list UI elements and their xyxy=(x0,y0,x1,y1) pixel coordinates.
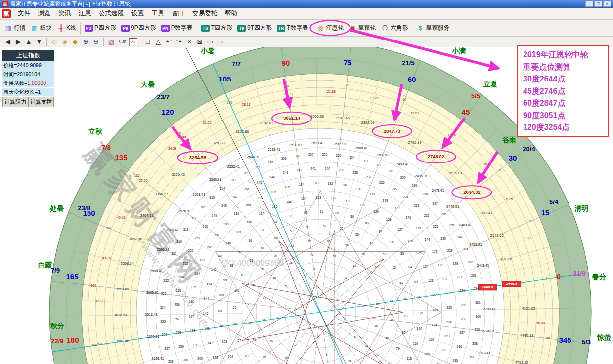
diamond-solid-tool-icon[interactable]: ◆ xyxy=(70,38,80,46)
undo-icon[interactable]: ↶ xyxy=(164,38,174,46)
solar-term-label: 小暑 xyxy=(200,47,215,55)
wheel-number: 47 xyxy=(376,353,380,356)
wheel-number: 2583.41 xyxy=(167,228,179,232)
wheel-number: 166 xyxy=(424,352,430,356)
wheel-number: 135 xyxy=(286,200,292,203)
nav-left-icon[interactable]: ◀ xyxy=(3,38,13,46)
delete-all-icon[interactable]: ⊠ xyxy=(195,38,205,46)
menu-item[interactable]: 文件 xyxy=(14,8,34,19)
toolbar-button-t-table[interactable]: TNT数字表 xyxy=(274,22,310,34)
minimize-button[interactable]: ─ xyxy=(585,1,593,7)
wheel-number: 361 xyxy=(475,301,481,304)
date-label: 7/7 xyxy=(232,60,241,68)
toolbar-button-kline[interactable]: ╫K线 xyxy=(54,22,79,34)
degree-label: 135 xyxy=(115,153,127,162)
wheel-number: 324 xyxy=(160,306,166,309)
calc-support-button[interactable]: 计算支撑 xyxy=(28,97,54,107)
annotation-line: 2019年江恩轮中轮 xyxy=(523,49,603,61)
palette-icon[interactable]: ▧ xyxy=(106,38,116,46)
toolbar-button-gann-wheel[interactable]: ◎江恩轮 xyxy=(314,22,346,34)
wheel-number: 34.38 xyxy=(168,147,177,150)
wheel-number: 80 xyxy=(402,331,406,334)
nav-down-icon[interactable]: ▼ xyxy=(34,38,44,46)
toolbar-button-t9-square[interactable]: T99T四方形 xyxy=(235,22,274,34)
wheel-number: 31.25 xyxy=(203,121,212,124)
wheel-number: 2530.91 xyxy=(289,143,302,147)
wheel-number: 2500.91 xyxy=(376,153,389,157)
wheel-number: 135 xyxy=(134,174,140,177)
wheel-number: 12 xyxy=(353,264,356,267)
wheel-number: 30 xyxy=(497,168,501,172)
toolbar-button-p9-square[interactable]: P99P四方形 xyxy=(119,22,159,34)
wheel-number: 3.13 xyxy=(525,236,531,240)
toolbar-button-winner-wheel[interactable]: ◉赢家轮 xyxy=(346,22,378,34)
wheel-number: 51 xyxy=(399,281,403,284)
zoom-in-icon[interactable]: ⊕ xyxy=(81,38,90,46)
triangle-tool-icon[interactable]: △ xyxy=(153,38,163,46)
wheel-number: 229 xyxy=(447,249,453,252)
wheel-number: 93 xyxy=(289,214,293,218)
wheel-number: 28.13 xyxy=(242,103,251,106)
solar-term-label: 春分 xyxy=(592,273,606,281)
wheel-number: 39 xyxy=(253,339,257,342)
wheel-number: 6.25 xyxy=(506,197,513,201)
menu-item[interactable]: 江恩 xyxy=(75,8,95,19)
wheel-number: 185 xyxy=(285,185,290,189)
p-table-icon: PN xyxy=(161,25,170,32)
nav-up-icon[interactable]: ▲ xyxy=(24,38,34,46)
wheel-number: 67 xyxy=(237,339,241,342)
toolbar-separator xyxy=(103,38,104,46)
menu-item[interactable]: 窗口 xyxy=(168,8,188,19)
menu-item[interactable]: 浏览 xyxy=(34,8,54,19)
annotation-line: 30度2644点 xyxy=(523,73,603,85)
redo-icon[interactable]: ↷ xyxy=(174,38,184,46)
nav-right-icon[interactable]: ▶ xyxy=(13,38,23,46)
wheel-number: 2493.41 xyxy=(396,162,409,166)
menu-item[interactable]: 帮助 xyxy=(221,8,241,19)
calc-resistance-button[interactable]: 计算阻力 xyxy=(2,97,28,107)
wheel-number: 2553.41 xyxy=(227,165,240,168)
toolbar-button-quotes[interactable]: ▦行情 xyxy=(2,22,28,34)
rect-tool-icon[interactable]: □ xyxy=(143,38,153,46)
clear-button[interactable]: Cls xyxy=(117,38,129,46)
wheel-number: 132 xyxy=(331,196,336,200)
toolbar-button-p-table[interactable]: PNP数字表 xyxy=(159,22,195,34)
wheel-number: 233 xyxy=(414,204,419,207)
wheel-number: 199 xyxy=(193,343,198,347)
wheel-number: 2778.41 xyxy=(478,351,490,355)
toolbar-button-service[interactable]: $赢家服务 xyxy=(414,22,452,34)
wheel-number: 38 xyxy=(248,321,251,324)
wheel-number: 36 xyxy=(252,284,256,287)
wheel-number: 79 xyxy=(396,347,400,350)
wheel-number: 92 xyxy=(304,211,308,214)
delete-icon[interactable]: × xyxy=(184,38,194,46)
menu-item[interactable]: 交易委托 xyxy=(188,8,221,19)
toolbar-button-sectors[interactable]: ▥板块 xyxy=(28,22,54,34)
wheel-number: 316 xyxy=(200,205,205,209)
wheel-number: 4831.03 xyxy=(522,306,535,311)
wheel-number: 184 xyxy=(299,183,304,186)
toolbar-button-hexagon[interactable]: ⎔六角形 xyxy=(378,22,410,34)
wheel-number: 293 xyxy=(462,247,468,251)
wheel-number: 58 xyxy=(306,225,310,229)
menu-item[interactable]: 资讯 xyxy=(54,8,75,19)
move-tool-icon[interactable]: ▭ xyxy=(205,38,215,46)
menu-item[interactable]: 公式选股 xyxy=(95,8,128,19)
calendar-icon[interactable]: 21 xyxy=(129,38,137,46)
diamond-rotate-tool-icon[interactable]: ◈ xyxy=(60,38,70,46)
close-button[interactable]: × xyxy=(603,1,611,7)
maximize-button[interactable]: □ xyxy=(594,1,602,7)
toolbar-separator xyxy=(80,23,81,34)
diamond-tool-icon[interactable]: ◇ xyxy=(49,38,59,46)
menu-item[interactable]: 工具 xyxy=(148,8,168,19)
toolbar-button-t-square[interactable]: TST四方形 xyxy=(199,22,235,34)
wheel-number: 306 xyxy=(322,153,327,156)
current-price-value: 2440.9 xyxy=(506,282,517,286)
wheel-number: 124 xyxy=(423,265,428,268)
select-tool-icon[interactable]: ▱ xyxy=(216,38,225,46)
zoom-out-icon[interactable]: ⊖ xyxy=(91,38,101,46)
menu-item[interactable]: 设置 xyxy=(128,8,148,19)
kline-icon: ╫ xyxy=(57,24,65,32)
toolbar-button-p-square[interactable]: PSP四方形 xyxy=(82,22,119,34)
wheel-number: 90 xyxy=(335,211,339,215)
